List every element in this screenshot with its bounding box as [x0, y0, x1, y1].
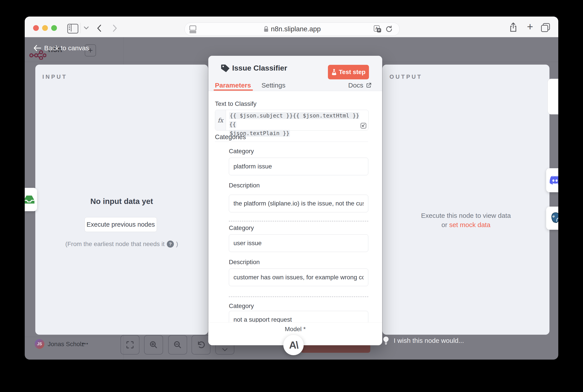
category-input-2[interactable]: [229, 234, 368, 252]
active-tab-underline: [214, 90, 253, 90]
user-menu-ellipsis[interactable]: •••: [82, 341, 89, 347]
expression-code[interactable]: {{ $json.subject }}{{ $json.textHtml }}{…: [229, 111, 362, 138]
back-arrow-icon: [34, 45, 41, 51]
traffic-minimize-button[interactable]: [42, 25, 48, 31]
lightbulb-icon: [383, 336, 389, 345]
expression-input[interactable]: fx {{ $json.subject }}{{ $json.textHtml …: [215, 110, 369, 130]
chevron-down-small-icon: [222, 348, 228, 352]
discord-icon: [549, 174, 558, 186]
execute-previous-nodes-button[interactable]: Execute previous nodes: [85, 217, 157, 232]
input-panel: INPUT No input data yet Execute previous…: [35, 64, 208, 335]
section-divider: [215, 142, 368, 142]
tab-parameters[interactable]: Parameters: [215, 82, 251, 89]
sidebar-toggle-icon[interactable]: [67, 24, 78, 34]
output-panel-header: OUTPUT: [390, 74, 422, 80]
desktop: n8n.sliplane.app A + n: [0, 0, 583, 392]
reader-view-icon[interactable]: [190, 26, 196, 33]
modal-header: Issue Classifier Test step Parameters Se…: [208, 56, 382, 91]
output-empty-line2: or set mock data: [382, 221, 549, 229]
new-tab-icon[interactable]: +: [525, 22, 535, 32]
forward-icon[interactable]: [113, 24, 117, 32]
email-trigger-node-card[interactable]: [25, 188, 37, 211]
zoom-out-icon: [173, 340, 182, 349]
node-title[interactable]: Issue Classifier: [232, 64, 287, 72]
expand-expression-icon[interactable]: [360, 122, 367, 129]
url-text: n8n.sliplane.app: [271, 25, 321, 33]
fit-view-icon: [126, 341, 134, 349]
category-label: Category: [229, 302, 254, 310]
category-label: Category: [229, 224, 254, 232]
node-feedback-link[interactable]: I wish this node would...: [383, 336, 464, 345]
back-icon[interactable]: [97, 24, 102, 32]
discord-node-card[interactable]: [546, 168, 558, 192]
fx-icon: fx: [215, 110, 226, 130]
description-label: Description: [229, 258, 260, 266]
docs-label: Docs: [348, 82, 363, 89]
external-link-icon: [366, 82, 372, 88]
output-empty-line1: Execute this node to view data: [382, 212, 549, 219]
toolbar-divider: [80, 23, 81, 33]
flask-icon: [332, 69, 337, 75]
browser-window: n8n.sliplane.app A + n: [25, 16, 558, 360]
category-input-3[interactable]: [229, 311, 368, 322]
zoom-in-button-dimmed[interactable]: [144, 335, 163, 354]
zoom-in-icon: [149, 340, 158, 349]
category-input-1[interactable]: [229, 158, 368, 175]
parameters-body[interactable]: Text to Classify fx {{ $json.subject }}{…: [208, 91, 382, 322]
description-label: Description: [229, 182, 260, 189]
avatar[interactable]: JS: [35, 339, 44, 349]
help-icon[interactable]: ?: [167, 240, 174, 248]
reload-icon[interactable]: [385, 25, 393, 33]
zoom-out-button-dimmed[interactable]: [168, 335, 187, 354]
model-connection-label: Model *: [208, 326, 382, 333]
output-panel: OUTPUT Execute this node to view data or…: [382, 64, 549, 335]
back-to-canvas-label: Back to canvas: [44, 44, 89, 52]
node-settings-modal: Issue Classifier Test step Parameters Se…: [208, 56, 382, 345]
translate-icon[interactable]: A: [374, 25, 381, 33]
node-feedback-label: I wish this node would...: [394, 337, 464, 344]
chevron-down-icon[interactable]: [84, 26, 89, 30]
postgres-icon: [550, 212, 558, 224]
category-divider: [229, 296, 368, 297]
input-empty-title: No input data yet: [35, 197, 208, 206]
undo-icon: [197, 340, 205, 349]
execute-previous-nodes-label: Execute previous nodes: [87, 221, 155, 228]
url-display[interactable]: n8n.sliplane.app: [263, 25, 321, 33]
avatar-initials: JS: [37, 342, 42, 346]
tag-icon: [221, 64, 230, 72]
description-input-2[interactable]: [229, 268, 368, 286]
address-bar[interactable]: n8n.sliplane.app A: [184, 22, 400, 36]
category-divider: [229, 221, 368, 221]
traffic-close-button[interactable]: [33, 25, 39, 31]
collapsed-panel-card[interactable]: [547, 79, 558, 114]
expression-line-1: {{ $json.subject }}{{ $json.textHtml }}{…: [229, 112, 359, 128]
description-input-1[interactable]: [229, 195, 368, 212]
anthropic-logo-icon: A\: [289, 339, 298, 351]
browser-toolbar: n8n.sliplane.app A +: [25, 16, 558, 37]
test-step-label: Test step: [339, 68, 366, 76]
back-to-canvas-button[interactable]: Back to canvas: [34, 44, 89, 52]
postgres-node-card[interactable]: [546, 206, 558, 230]
input-panel-header: INPUT: [42, 74, 67, 80]
inbox-icon: [25, 194, 36, 204]
anthropic-model-node[interactable]: A\: [283, 335, 304, 355]
set-mock-data-link[interactable]: set mock data: [449, 221, 490, 228]
lock-icon: [263, 26, 269, 32]
fit-view-button-dimmed[interactable]: [121, 335, 139, 354]
input-hint-suffix: ): [176, 240, 178, 248]
tab-settings[interactable]: Settings: [261, 82, 285, 89]
text-to-classify-label: Text to Classify: [215, 100, 256, 108]
input-hint-text: (From the earliest node that needs it: [65, 240, 165, 248]
undo-button-dimmed[interactable]: [191, 335, 210, 354]
categories-section-label: Categories: [215, 133, 246, 141]
tabs-overview-icon[interactable]: [541, 23, 550, 32]
test-step-button[interactable]: Test step: [328, 65, 369, 79]
share-icon[interactable]: [509, 22, 517, 32]
output-or-text: or: [442, 221, 448, 228]
docs-link[interactable]: Docs: [348, 82, 372, 89]
input-hint: (From the earliest node that needs it ? …: [35, 240, 208, 248]
category-label: Category: [229, 148, 254, 155]
traffic-zoom-button[interactable]: [51, 25, 57, 31]
user-name: Jonas Scholz: [48, 341, 85, 348]
